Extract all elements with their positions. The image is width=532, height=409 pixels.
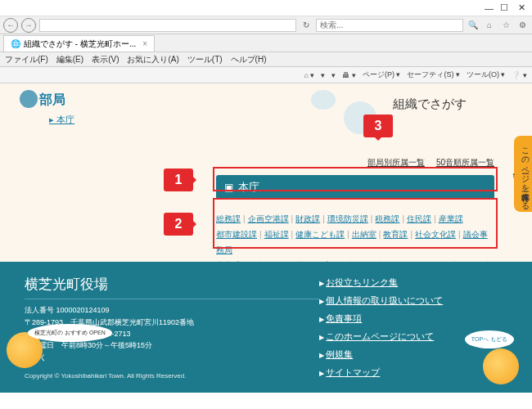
address-bar: ← → ↻ 🔍 ⌂ ☆ ⚙ bbox=[0, 16, 532, 34]
cmd-mail[interactable]: ▾ bbox=[331, 71, 336, 79]
command-bar: ⌂ ▾ ▾ ▾ 🖶 ▾ ページ(P) ▾ セーフティ(S) ▾ ツール(O) ▾… bbox=[0, 67, 532, 83]
cmd-feed[interactable]: ▾ bbox=[321, 71, 325, 79]
page-title: 組織でさがす bbox=[393, 97, 467, 112]
cmd-tools[interactable]: ツール(O) ▾ bbox=[467, 70, 506, 80]
menu-view[interactable]: 表示(V) bbox=[92, 54, 119, 65]
menu-favorites[interactable]: お気に入り(A) bbox=[127, 54, 178, 65]
close-button[interactable]: ✕ bbox=[515, 2, 529, 13]
window-titlebar: — ☐ ✕ bbox=[0, 0, 532, 16]
maximize-button[interactable]: ☐ bbox=[500, 2, 508, 13]
footer-link[interactable]: サイトマップ bbox=[326, 367, 380, 377]
decorative-bubble bbox=[311, 90, 336, 110]
menu-help[interactable]: ヘルプ(H) bbox=[231, 54, 267, 65]
cmd-page[interactable]: ページ(P) ▾ bbox=[363, 70, 401, 80]
search-input[interactable] bbox=[316, 19, 463, 32]
browser-tab[interactable]: 🌐 組織でさがす - 横芝光町ホー... × bbox=[3, 35, 155, 52]
minimize-button[interactable]: — bbox=[485, 3, 494, 13]
footer-link[interactable]: このホームページについて bbox=[326, 331, 434, 341]
save-page-label: このページを一時保存する bbox=[521, 142, 530, 205]
refresh-button[interactable]: ↻ bbox=[300, 19, 313, 32]
cmd-help[interactable]: ❔ ▾ bbox=[512, 71, 527, 79]
home-icon[interactable]: ⌂ bbox=[483, 19, 496, 32]
sidebar: 部局 本庁 bbox=[39, 92, 74, 126]
sidebar-title: 部局 bbox=[39, 92, 74, 109]
menu-tools[interactable]: ツール(T) bbox=[187, 54, 223, 65]
menu-bar: ファイル(F) 編集(E) 表示(V) お気に入り(A) ツール(T) ヘルプ(… bbox=[0, 52, 532, 67]
tab-bar: 🌐 組織でさがす - 横芝光町ホー... × bbox=[0, 34, 532, 52]
footer-link[interactable]: お役立ちリンク集 bbox=[326, 277, 398, 287]
footer-link[interactable]: 例規集 bbox=[326, 349, 353, 359]
tab-title: 組織でさがす - 横芝光町ホー... bbox=[24, 38, 136, 50]
footer-note: を除く bbox=[25, 352, 319, 363]
page-content: 部局 本庁 組織でさがす 部局別所属一覧 50音順所属一覧 本庁 総務課|企画空… bbox=[0, 83, 532, 393]
back-to-top-button[interactable]: TOPへ もどる bbox=[465, 330, 514, 348]
save-page-tab[interactable]: このページを一時保存する ← bbox=[514, 136, 532, 212]
gear-icon[interactable]: ⚙ bbox=[516, 19, 529, 32]
tab-close-icon[interactable]: × bbox=[142, 39, 147, 48]
footer-copyright: Copyright © Yokoshibahikari Town. All Ri… bbox=[25, 371, 319, 382]
annotation-box-1 bbox=[213, 167, 498, 191]
menu-file[interactable]: ファイル(F) bbox=[5, 54, 48, 65]
footer-org-name: 横芝光町役場 bbox=[25, 273, 319, 299]
footer-links: お役立ちリンク集個人情報の取り扱いについて免責事項このホームページについて例規集… bbox=[319, 273, 507, 381]
mascot-icon bbox=[483, 348, 519, 384]
cmd-home[interactable]: ⌂ ▾ bbox=[304, 71, 315, 79]
footer-link[interactable]: 個人情報の取り扱いについて bbox=[326, 295, 443, 305]
url-input[interactable] bbox=[39, 19, 296, 32]
mascot-speech-recommend[interactable]: 横芝光町の おすすめ OPEN bbox=[28, 324, 112, 342]
tab-favicon-icon: 🌐 bbox=[11, 39, 20, 48]
annotation-box-2 bbox=[213, 198, 498, 249]
decorative-bubble bbox=[20, 90, 38, 108]
arrow-left-icon: ← bbox=[510, 146, 519, 205]
footer: 横芝光町役場 法人番号 1000020124109 〒289-1793 千葉県山… bbox=[0, 262, 532, 393]
back-button[interactable]: ← bbox=[3, 18, 18, 33]
favorites-icon[interactable]: ☆ bbox=[499, 19, 512, 32]
cmd-print[interactable]: 🖶 ▾ bbox=[342, 71, 356, 79]
callout-2: 2 bbox=[164, 213, 193, 236]
callout-1: 1 bbox=[164, 169, 193, 191]
cmd-safety[interactable]: セーフティ(S) ▾ bbox=[407, 70, 460, 80]
footer-corp-number: 法人番号 1000020124109 bbox=[25, 304, 319, 316]
menu-edit[interactable]: 編集(E) bbox=[56, 54, 83, 65]
sidebar-link-honcho[interactable]: 本庁 bbox=[49, 114, 74, 126]
callout-3: 3 bbox=[363, 115, 393, 137]
forward-button[interactable]: → bbox=[21, 18, 36, 33]
search-go-button[interactable]: 🔍 bbox=[467, 19, 480, 32]
footer-link[interactable]: 免責事項 bbox=[326, 313, 362, 323]
